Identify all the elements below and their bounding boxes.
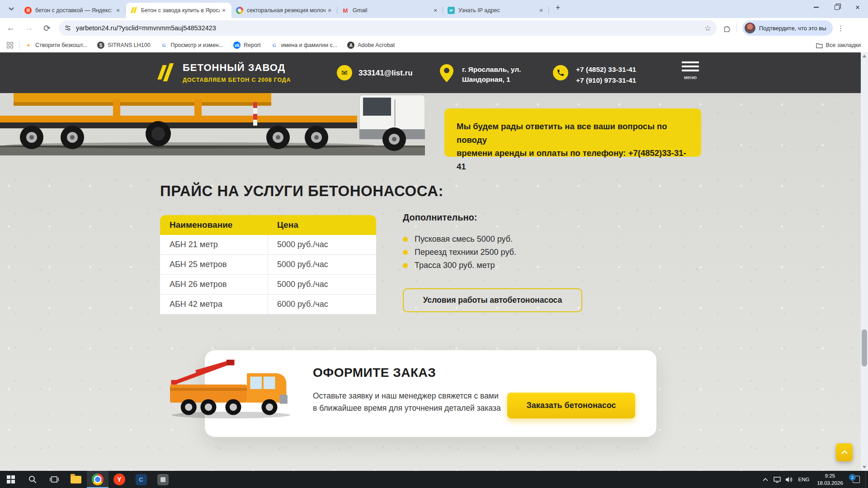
chevron-down-icon [9, 7, 14, 11]
pump-truck-photo [0, 93, 425, 155]
file-explorer-button[interactable] [65, 471, 87, 488]
price-table: Наименование Цена АБН 21 метр 5000 руб./… [160, 215, 376, 314]
apps-grid-icon[interactable] [6, 42, 14, 49]
hidden-icons-button[interactable] [760, 471, 771, 488]
back-button[interactable]: ← [4, 21, 18, 35]
taskbar-search-button[interactable] [22, 471, 43, 488]
phone-number-1[interactable]: +7 (4852) 33-31-41 [576, 64, 636, 75]
extensions-icon[interactable] [723, 24, 731, 32]
browser-menu-icon[interactable]: ⋮ [837, 24, 844, 33]
bookmark-label: имена и фамилии с... [281, 42, 338, 48]
bookmark-item[interactable]: G Просмотр и измен... [160, 42, 224, 49]
phone-icon [553, 65, 568, 80]
bullet-icon [403, 263, 408, 268]
phone-notice-box: Мы будем рады ответить на все ваши вопро… [444, 108, 701, 157]
url-text[interactable]: yarbeton24.ru/?ysclid=mmvnmm5auj54853242… [76, 24, 704, 32]
table-row: АБН 42 метра 6000 руб./час [160, 295, 376, 314]
profile-chip-label: Подтвердите, что это вы [759, 25, 826, 32]
forward-button[interactable]: → [22, 21, 36, 35]
profile-chip[interactable]: Подтвердите, что это вы [742, 20, 833, 36]
notice-line-2: времени аренды и оплаты по телефону: +7(… [457, 146, 689, 173]
tab-close-icon[interactable]: ✕ [326, 6, 334, 14]
phone-number-2[interactable]: +7 (910) 973-31-41 [576, 75, 636, 86]
scrollbar-up-arrow[interactable] [861, 52, 868, 60]
cell-price: 5000 руб./час [268, 280, 328, 289]
tab-close-icon[interactable]: ✕ [114, 6, 122, 14]
restore-button[interactable] [826, 0, 847, 14]
hamburger-icon [682, 70, 699, 71]
start-button[interactable] [0, 471, 22, 488]
email-icon: ✉ [337, 65, 352, 80]
table-row: АБН 21 метр 5000 руб./час [160, 235, 376, 255]
show-desktop-button[interactable] [865, 471, 868, 488]
task-view-button[interactable] [43, 471, 65, 488]
tab-google-search[interactable]: секторальная резекция молоч ✕ [231, 3, 337, 18]
minimize-button[interactable] [806, 0, 826, 14]
tab-gmail[interactable]: M Gmail ✕ [337, 3, 443, 18]
bookmark-item[interactable]: S SITRANS LH100 [97, 42, 150, 49]
page-viewport: БЕТОННЫЙ ЗАВОД ДОСТАВЛЯЕМ БЕТОН С 2008 Г… [0, 52, 861, 471]
tab-close-icon[interactable]: ✕ [431, 6, 439, 14]
email-link[interactable]: 333141@list.ru [359, 69, 413, 78]
chevron-up-icon [763, 478, 768, 481]
menu-button[interactable]: меню [682, 61, 699, 80]
bookmark-label: Просмотр и измен... [171, 42, 224, 48]
all-bookmarks-label: Все закладки [826, 42, 861, 48]
tab-ip-address[interactable]: IP Узнать IP адрес ✕ [443, 3, 549, 18]
order-pump-button[interactable]: Заказать бетононасос [507, 393, 635, 418]
reload-button[interactable]: ⟳ [40, 21, 54, 35]
address-bar[interactable]: yarbeton24.ru/?ysclid=mmvnmm5auj54853242… [59, 20, 717, 36]
site-favicon [130, 7, 137, 14]
bookmark-item[interactable]: ✦ Створити безкошт... [25, 42, 87, 49]
notification-badge: 2 [849, 474, 856, 481]
bookmarks-divider [19, 41, 19, 49]
language-indicator[interactable]: ENG [795, 477, 813, 482]
close-button[interactable]: ✕ [847, 0, 868, 14]
adobe-icon: A [347, 42, 354, 49]
taskbar-app-gray-button[interactable] [152, 471, 174, 488]
brand-tagline: ДОСТАВЛЯЕМ БЕТОН С 2008 ГОДА [183, 77, 291, 83]
site-settings-icon[interactable] [64, 24, 71, 32]
list-item-text: Трасса 300 руб. метр [415, 261, 495, 270]
address-line-1: г. Ярославль, ул. [462, 65, 521, 75]
page-scrollbar[interactable] [861, 52, 868, 471]
site-phones: +7 (4852) 33-31-41 +7 (910) 973-31-41 [576, 64, 636, 86]
site-logo-icon[interactable] [159, 63, 175, 83]
scroll-to-top-button[interactable] [836, 443, 853, 461]
bookmark-star-icon[interactable]: ☆ [704, 23, 711, 33]
chrome-icon [92, 474, 104, 485]
site-header: БЕТОННЫЙ ЗАВОД ДОСТАВЛЯЕМ БЕТОН С 2008 Г… [0, 52, 861, 93]
bookmark-item[interactable]: vk Report [233, 42, 261, 49]
pump-truck-image [163, 353, 299, 423]
chrome-taskbar-button[interactable] [87, 471, 108, 488]
tab-close-icon[interactable]: ✕ [537, 6, 545, 14]
tab-label: Бетон с завода купить в Яросл [141, 7, 220, 14]
brand-block: БЕТОННЫЙ ЗАВОД ДОСТАВЛЯЕМ БЕТОН С 2008 Г… [183, 62, 291, 83]
action-center-button[interactable]: 2 [847, 471, 865, 488]
bookmarks-bar: ✦ Створити безкошт... S SITRANS LH100 G … [0, 38, 868, 52]
list-item-text: Переезд техники 2500 руб. [415, 248, 516, 257]
tab-yandex-search[interactable]: Я бетон с доставкой — Яндекс: н ✕ [20, 3, 126, 18]
list-item: Трасса 300 руб. метр [403, 259, 516, 272]
tab-close-icon[interactable]: ✕ [220, 6, 228, 14]
new-tab-button[interactable]: + [552, 2, 564, 14]
bookmark-item[interactable]: G имена и фамилии с... [271, 42, 338, 49]
taskbar-app-blue-button[interactable]: C [130, 471, 152, 488]
app-blue-icon: C [136, 474, 147, 485]
page-title: ПРАЙС НА УСЛУГИ БЕТОНОНАСОСА: [160, 183, 443, 200]
column-header-price: Цена [268, 220, 298, 230]
yandex-browser-button[interactable]: Y [108, 471, 130, 488]
google-icon: G [160, 42, 168, 49]
network-tray-icon[interactable] [771, 471, 783, 488]
folder-icon [71, 476, 81, 483]
tab-search-button[interactable] [5, 2, 18, 16]
taskbar-clock[interactable]: 9:25 18.03.2026 [813, 472, 847, 487]
window-controls: ✕ [806, 0, 868, 18]
tab-yarbeton-active[interactable]: Бетон с завода купить в Яросл ✕ [126, 3, 231, 18]
bookmark-item[interactable]: A Adobe Acrobat [347, 42, 395, 49]
conditions-button[interactable]: Условия работы автобетононасоса [403, 288, 582, 312]
scrollbar-down-arrow[interactable] [861, 464, 868, 471]
all-bookmarks-button[interactable]: Все закладки [816, 42, 861, 48]
scrollbar-thumb[interactable] [862, 329, 867, 366]
volume-tray-icon[interactable] [783, 471, 795, 488]
